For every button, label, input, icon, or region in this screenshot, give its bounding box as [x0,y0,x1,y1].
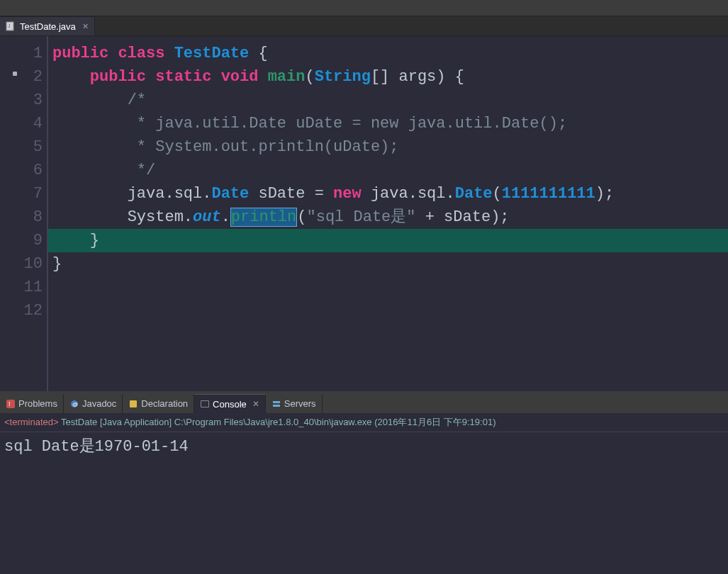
svg-rect-9 [273,401,280,403]
code-editor[interactable]: 1 2 3 4 5 6 7 8 9 10 11 12 public class … [0,36,728,391]
code-line: public static void main(String[] args) { [52,65,724,89]
servers-icon [271,399,281,409]
tab-console[interactable]: Console ✕ [194,394,266,413]
editor-tab-filename: TestDate.java [20,21,76,32]
tab-label: Declaration [141,398,188,409]
line-number: 12 [0,299,47,322]
line-number: 4 [0,112,47,135]
console-icon [200,399,210,409]
editor-tab-testdate[interactable]: J TestDate.java ✕ [0,16,95,35]
run-configuration-info: TestDate [Java Application] C:\Program F… [59,417,496,427]
tab-javadoc[interactable]: @ Javadoc [64,394,123,413]
line-number: 10 [0,252,47,276]
java-file-icon: J [6,21,16,31]
tab-problems[interactable]: ! Problems [0,394,64,413]
code-content[interactable]: public class TestDate { public static vo… [48,36,728,391]
top-toolbar [0,0,728,16]
line-number: 11 [0,276,47,299]
code-line: * System.out.println(uDate); [52,135,724,159]
svg-rect-6 [130,400,137,407]
console-output-line: sql Date是1970-01-14 [4,435,724,456]
code-line: */ [52,159,724,182]
problems-icon: ! [6,399,16,409]
svg-rect-2 [6,400,15,408]
tab-servers[interactable]: Servers [266,394,323,413]
line-number: 6 [0,159,47,182]
svg-rect-8 [201,401,208,407]
code-line: java.sql.Date sDate = new java.sql.Date(… [52,182,724,206]
tab-declaration[interactable]: Declaration [123,394,194,413]
close-icon[interactable]: ✕ [82,22,89,31]
code-line: public class TestDate { [52,42,724,65]
line-number: 2 [0,65,47,89]
code-line: /* [52,89,724,112]
code-line: } [52,229,724,252]
code-line: System.out.println("sql Date是" + sDate); [52,206,724,229]
svg-rect-10 [273,405,280,407]
line-number: 3 [0,89,47,112]
declaration-icon [128,399,138,409]
line-number: 7 [0,182,47,206]
line-number: 5 [0,135,47,159]
svg-text:J: J [8,23,11,28]
tab-label: Problems [18,398,57,409]
line-number: 1 [0,42,47,65]
terminated-label: <terminated> [4,417,59,427]
line-number: 9 [0,229,47,252]
line-number-gutter: 1 2 3 4 5 6 7 8 9 10 11 12 [0,36,48,391]
editor-tab-bar: J TestDate.java ✕ [0,16,728,36]
javadoc-icon: @ [69,399,79,409]
console-status-line: <terminated> TestDate [Java Application]… [0,413,728,432]
close-icon[interactable]: ✕ [252,399,259,409]
svg-text:!: ! [9,400,11,407]
tab-label: Servers [284,398,316,409]
bottom-panel: ! Problems @ Javadoc Declaration Console… [0,391,728,574]
bottom-tab-bar: ! Problems @ Javadoc Declaration Console… [0,394,728,413]
line-number: 8 [0,206,47,229]
code-line: } [52,252,724,276]
console-output[interactable]: sql Date是1970-01-14 [0,432,728,574]
svg-text:@: @ [72,401,78,407]
tab-label: Javadoc [82,398,116,409]
tab-label: Console [213,399,247,410]
code-line: * java.util.Date uDate = new java.util.D… [52,112,724,135]
